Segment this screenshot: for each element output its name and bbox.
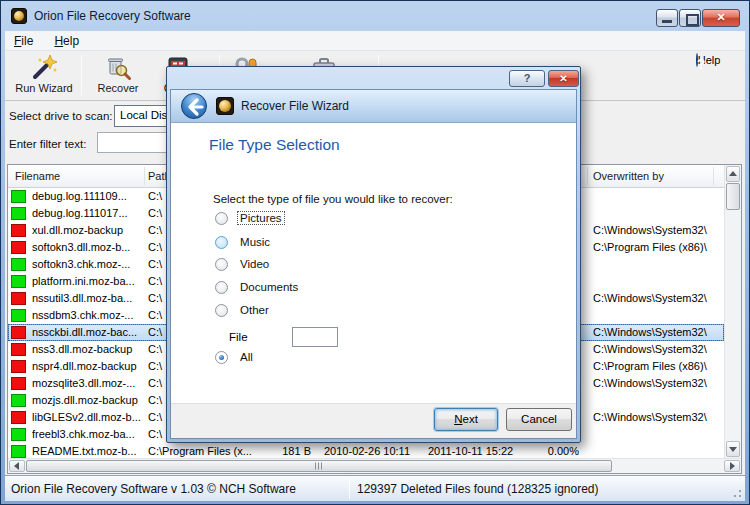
radio-icon[interactable]: [215, 304, 228, 317]
cell-filename: softokn3.dll.moz-b...: [32, 241, 144, 253]
menu-help[interactable]: Help: [45, 31, 88, 48]
status-chip: [11, 360, 26, 373]
window-title: Orion File Recovery Software: [34, 9, 191, 23]
cell-overwritten-by: C:\Windows\System32\: [593, 377, 715, 389]
radio-label: Music: [238, 236, 272, 248]
status-chip: [11, 309, 26, 322]
radio-icon[interactable]: [215, 258, 228, 271]
filter-input[interactable]: [97, 132, 171, 153]
horizontal-scroll-thumb[interactable]: [26, 460, 612, 472]
dialog-nav-band: Recover File Wizard: [171, 90, 576, 123]
close-button[interactable]: [702, 9, 740, 27]
cell-filename: nss3.dll.moz-backup: [32, 343, 144, 355]
vertical-scroll-thumb[interactable]: [726, 183, 740, 210]
menu-file[interactable]: File: [5, 31, 42, 48]
radio-option[interactable]: Music: [215, 235, 272, 251]
radio-icon[interactable]: [215, 351, 228, 364]
status-chip: [11, 428, 26, 441]
status-chip: [11, 394, 26, 407]
minimize-button[interactable]: [656, 9, 678, 27]
cell-filename: platform.ini.moz-ba...: [32, 275, 144, 287]
radio-option[interactable]: Other: [215, 303, 271, 319]
radio-icon[interactable]: [215, 236, 228, 249]
cell-filename: libGLESv2.dll.moz-b...: [32, 411, 144, 423]
dialog-close-button[interactable]: ✕: [548, 70, 579, 87]
scroll-grip: [315, 463, 324, 470]
cell-overwritten-by: C:\Windows\System32\: [593, 224, 715, 236]
radio-icon[interactable]: [215, 212, 228, 225]
help-button[interactable]: Help: [681, 54, 735, 99]
titlebar: Orion File Recovery Software: [1, 1, 749, 31]
cell-filename: nssdbm3.chk.moz-...: [32, 309, 144, 321]
column-overwritten-by[interactable]: Overwritten by: [593, 170, 664, 182]
cell-filename: nssutil3.dll.moz-ba...: [32, 292, 144, 304]
header-divider[interactable]: [713, 167, 714, 185]
dialog-heading: File Type Selection: [209, 136, 340, 154]
cell-size: 181 B: [248, 445, 311, 457]
scroll-up-button[interactable]: [726, 166, 740, 182]
header-divider[interactable]: [144, 167, 145, 185]
scroll-left-button[interactable]: [9, 460, 25, 472]
radio-label: Other: [238, 304, 271, 316]
cell-overwritten-pct: 0.00%: [518, 445, 579, 457]
cell-created: 2010-02-26 10:11: [324, 445, 424, 457]
scroll-right-button[interactable]: [724, 460, 740, 472]
app-icon: [11, 8, 27, 24]
cell-filename: xul.dll.moz-backup: [32, 224, 144, 236]
cell-overwritten-by: C:\Windows\System32\: [593, 411, 715, 423]
dialog-prompt: Select the type of file you would like t…: [213, 193, 453, 205]
help-icon: [696, 53, 698, 67]
recover-button[interactable]: Recover: [85, 54, 151, 99]
recover-icon: [104, 54, 132, 81]
cell-overwritten-by: C:\Windows\System32\: [593, 326, 715, 338]
status-chip: [11, 343, 26, 356]
radio-option[interactable]: All: [215, 350, 255, 366]
radio-label: All: [238, 351, 255, 363]
status-chip: [11, 224, 26, 237]
vertical-scrollbar[interactable]: [724, 165, 741, 458]
maximize-button[interactable]: [679, 9, 701, 27]
cancel-label: Cancel: [507, 413, 571, 425]
status-chip: [11, 292, 26, 305]
wand-icon: [30, 54, 58, 81]
horizontal-scrollbar[interactable]: [8, 458, 741, 473]
statusbar: Orion File Recovery Software v 1.03 © NC…: [5, 475, 745, 501]
run-wizard-label: Run Wizard: [5, 82, 83, 94]
cancel-button[interactable]: Cancel: [506, 408, 572, 431]
status-chip: [11, 258, 26, 271]
next-button[interactable]: Next: [434, 408, 498, 431]
radio-option[interactable]: Pictures: [215, 211, 284, 227]
column-filename[interactable]: Filename: [15, 170, 60, 182]
status-chip: [11, 207, 26, 220]
up-arrow-icon: [729, 171, 737, 176]
dialog-title: Recover File Wizard: [241, 90, 349, 123]
status-version-text: Orion File Recovery Software v 1.03 © NC…: [11, 482, 296, 496]
cell-overwritten-by: C:\Program Files (x86)\: [593, 360, 715, 372]
dialog-footer: Next Cancel: [171, 403, 576, 438]
radio-icon[interactable]: [215, 281, 228, 294]
radio-label: Video: [238, 258, 271, 270]
cell-filename: nspr4.dll.moz-backup: [32, 360, 144, 372]
cell-overwritten-by: C:\Windows\System32\: [593, 343, 715, 355]
radio-option[interactable]: Documents: [215, 280, 300, 296]
radio-option[interactable]: Video: [215, 257, 271, 273]
back-button[interactable]: [181, 93, 207, 119]
status-chip: [11, 241, 26, 254]
filter-label: Enter filter text:: [9, 138, 86, 150]
dialog-help-button[interactable]: ?: [509, 70, 545, 87]
back-arrow-icon: [182, 94, 208, 120]
dialog-app-icon: [216, 97, 234, 115]
recover-file-wizard-dialog: ? ✕ Recover File Wizard File Type Select…: [166, 66, 581, 443]
header-divider[interactable]: [587, 167, 588, 185]
status-chip: [11, 275, 26, 288]
cell-filename: mozjs.dll.moz-backup: [32, 394, 144, 406]
run-wizard-button[interactable]: Run Wizard: [5, 54, 83, 99]
resize-grip[interactable]: [730, 486, 742, 498]
cell-deleted: 2011-10-11 15:22: [428, 445, 528, 457]
status-chip: [11, 377, 26, 390]
file-extension-input[interactable]: [292, 327, 338, 347]
scroll-down-button[interactable]: [726, 441, 740, 457]
cell-filename: nssckbi.dll.moz-bac...: [32, 326, 144, 338]
status-files-found-text: 129397 Deleted Files found (128325 ignor…: [357, 482, 599, 496]
down-arrow-icon: [729, 447, 737, 452]
